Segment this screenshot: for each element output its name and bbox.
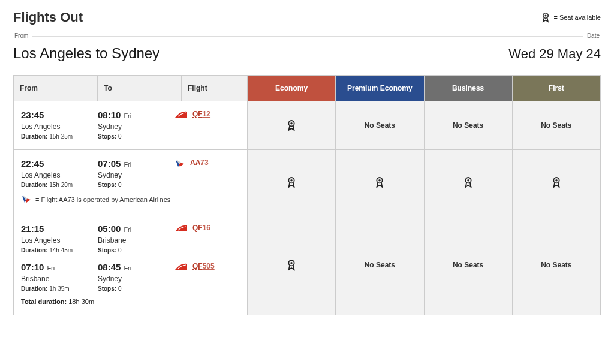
col-from: From [14, 76, 98, 101]
table-header: From To Flight Economy Premium Economy B… [14, 76, 600, 101]
departure-city: Los Angeles [21, 171, 98, 179]
arrival-time: 07:05 [98, 158, 121, 169]
ribbon-icon [375, 176, 384, 188]
col-premium-economy[interactable]: Premium Economy [336, 76, 424, 101]
flight-leg: 22:45Los AngelesDuration: 15h 20m07:05Fr… [21, 158, 240, 188]
total-duration: Total duration: 18h 30m [21, 298, 240, 305]
arrival-day: Fri [124, 226, 131, 233]
duration-text: Duration: 1h 35m [21, 285, 98, 292]
legend-text: = Seat available [553, 14, 601, 21]
date-text: Wed 29 May 24 [508, 46, 601, 62]
arrival-city: Sydney [98, 171, 174, 179]
col-first[interactable]: First [513, 76, 600, 101]
flight-number-link[interactable]: QF505 [192, 262, 215, 270]
arrival-time: 08:45 [98, 262, 121, 272]
stops-text: Stops: 0 [98, 182, 174, 188]
qantas-tail-icon [174, 110, 188, 121]
col-economy[interactable]: Economy [248, 76, 336, 101]
svg-point-13 [290, 262, 293, 264]
ribbon-icon [463, 176, 473, 188]
operated-by-note: = Flight AA73 is operated by American Ai… [21, 194, 240, 205]
flights-table: From To Flight Economy Premium Economy B… [13, 75, 601, 315]
col-business[interactable]: Business [425, 76, 513, 101]
arrival-time: 08:10 [98, 110, 121, 120]
cabin-cell-first[interactable]: No Seats [513, 101, 600, 149]
arrival-day: Fri [124, 112, 131, 119]
flight-row: 23:45Los AngelesDuration: 15h 25m08:10Fr… [14, 101, 600, 150]
departure-city: Los Angeles [21, 236, 98, 245]
cabin-cell-premium[interactable]: No Seats [336, 215, 424, 315]
cabin-cell-economy[interactable] [248, 101, 336, 149]
svg-point-3 [290, 122, 293, 125]
svg-point-11 [555, 179, 558, 182]
ribbon-icon [541, 12, 550, 23]
duration-text: Duration: 15h 20m [21, 182, 98, 188]
flight-info-cell: 23:45Los AngelesDuration: 15h 25m08:10Fr… [14, 101, 248, 149]
departure-day: Fri [47, 264, 55, 272]
flight-info-cell: 22:45Los AngelesDuration: 15h 20m07:05Fr… [14, 150, 248, 215]
cabin-cell-business[interactable]: No Seats [425, 101, 513, 149]
flight-leg: 07:10FriBrisbaneDuration: 1h 35m08:45Fri… [21, 262, 240, 292]
american-airlines-icon [21, 194, 32, 205]
ribbon-icon [287, 119, 296, 131]
qantas-tail-icon [174, 224, 188, 234]
svg-point-1 [545, 14, 547, 16]
stops-text: Stops: 0 [98, 133, 174, 140]
stops-text: Stops: 0 [98, 285, 174, 292]
departure-city: Los Angeles [21, 122, 98, 131]
col-flight: Flight [182, 76, 248, 101]
flight-leg: 21:15Los AngelesDuration: 14h 45m05:00Fr… [21, 224, 240, 254]
flight-row: 21:15Los AngelesDuration: 14h 45m05:00Fr… [14, 215, 600, 315]
col-to: To [98, 76, 182, 101]
duration-text: Duration: 15h 25m [21, 133, 98, 140]
page-title: Flights Out [13, 10, 83, 25]
qantas-tail-icon [174, 262, 188, 273]
flight-leg: 23:45Los AngelesDuration: 15h 25m08:10Fr… [21, 110, 240, 140]
arrival-day: Fri [124, 264, 131, 272]
cabin-cell-economy[interactable] [248, 215, 336, 315]
ribbon-icon [287, 176, 296, 188]
svg-point-9 [467, 179, 469, 182]
cabin-cell-business[interactable]: No Seats [425, 215, 513, 315]
departure-time: 07:10 [21, 262, 44, 272]
seat-available-legend: = Seat available [541, 12, 601, 23]
flight-number-link[interactable]: QF12 [192, 110, 210, 118]
cabin-cell-premium[interactable]: No Seats [336, 101, 424, 149]
cabin-cell-first[interactable] [513, 150, 600, 215]
cabin-cell-business[interactable] [425, 150, 513, 215]
departure-time: 23:45 [21, 110, 44, 120]
svg-point-7 [379, 179, 381, 182]
cabin-cell-premium[interactable] [336, 150, 424, 215]
svg-point-5 [290, 179, 293, 182]
departure-time: 21:15 [21, 224, 44, 234]
flight-number-link[interactable]: QF16 [192, 224, 210, 232]
cabin-cell-first[interactable]: No Seats [513, 215, 600, 315]
arrival-time: 05:00 [98, 224, 121, 234]
american-airlines-icon [174, 158, 185, 170]
arrival-day: Fri [124, 161, 131, 168]
ribbon-icon [287, 259, 296, 271]
cabin-cell-economy[interactable] [248, 150, 336, 215]
duration-text: Duration: 14h 45m [21, 247, 98, 254]
flight-info-cell: 21:15Los AngelesDuration: 14h 45m05:00Fr… [14, 215, 248, 315]
flight-number-link[interactable]: AA73 [190, 158, 209, 167]
route-text: Los Angeles to Sydney [13, 45, 159, 62]
departure-city: Brisbane [21, 275, 98, 283]
arrival-city: Sydney [98, 122, 174, 131]
arrival-city: Sydney [98, 275, 174, 283]
flight-row: 22:45Los AngelesDuration: 15h 20m07:05Fr… [14, 150, 600, 215]
date-label: Date [583, 32, 603, 39]
ribbon-icon [552, 176, 561, 188]
stops-text: Stops: 0 [98, 247, 174, 254]
arrival-city: Brisbane [98, 236, 174, 245]
departure-time: 22:45 [21, 158, 44, 169]
from-label: From [11, 32, 32, 39]
